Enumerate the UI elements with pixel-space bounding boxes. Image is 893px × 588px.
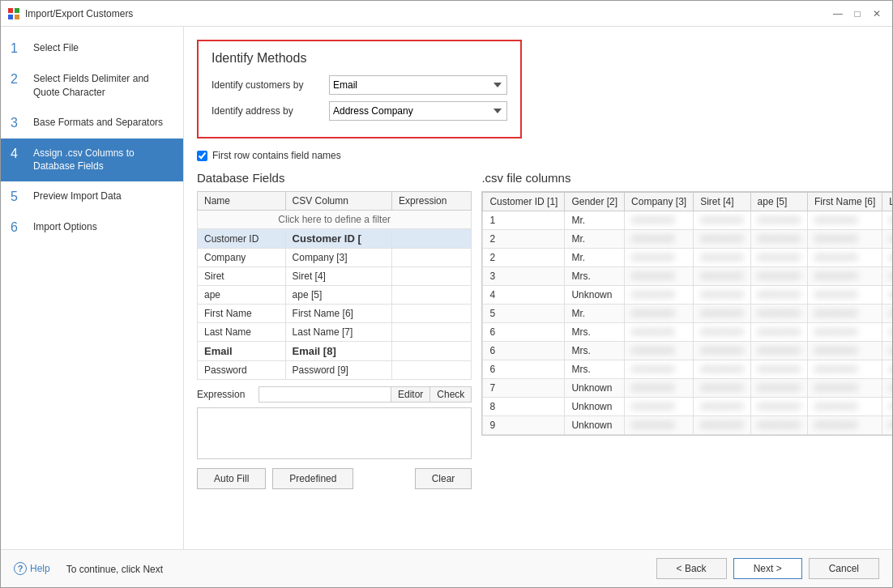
csv-table-row: 2Mr.####################################… xyxy=(483,230,892,249)
csv-cell-company: ######## xyxy=(625,398,694,416)
next-button[interactable]: Next > xyxy=(733,558,802,579)
csv-table-row: 6Mrs.###################################… xyxy=(483,342,892,360)
csv-cell-fname: ######## xyxy=(807,416,882,435)
sidebar-item-select-file[interactable]: 1 Select File xyxy=(1,33,183,64)
csv-cell-id: 5 xyxy=(483,305,565,323)
field-name: First Name xyxy=(198,305,286,323)
csv-cell-gender: Mrs. xyxy=(565,267,625,286)
table-row[interactable]: Last Name Last Name [7] xyxy=(198,323,472,342)
csv-cell-siret: ######## xyxy=(694,379,750,398)
table-row[interactable]: Customer ID Customer ID [ xyxy=(198,229,472,249)
csv-cell-gender: Mr. xyxy=(565,230,625,249)
identify-address-label: Identify address by xyxy=(212,105,329,117)
field-name: Password xyxy=(198,361,286,380)
csv-cell-gender: Unknown xyxy=(565,398,625,416)
step-num-3: 3 xyxy=(11,116,25,130)
check-button[interactable]: Check xyxy=(429,387,471,402)
svg-rect-3 xyxy=(15,15,19,19)
expression-input[interactable] xyxy=(259,387,391,402)
sidebar-item-base-formats[interactable]: 3 Base Formats and Separators xyxy=(1,108,183,138)
sidebar-label-select-file: Select File xyxy=(33,41,79,55)
csv-table-row: 7Unknown################################… xyxy=(483,379,892,398)
step-num-5: 5 xyxy=(11,190,25,204)
editor-button[interactable]: Editor xyxy=(391,387,429,402)
help-label: Help xyxy=(30,563,50,574)
maximize-button[interactable]: □ xyxy=(848,5,866,23)
field-name: Email xyxy=(198,342,286,361)
filter-text[interactable]: Click here to define a filter xyxy=(198,211,472,229)
table-row[interactable]: Email Email [8] xyxy=(198,342,472,361)
csv-cell-gender: Mr. xyxy=(565,249,625,267)
field-name: ape xyxy=(198,286,286,305)
csv-cell-fname: ######## xyxy=(807,249,882,267)
field-csv: Email [8] xyxy=(285,342,392,361)
csv-cell-gender: Mrs. xyxy=(565,360,625,379)
table-row[interactable]: Siret Siret [4] xyxy=(198,267,472,286)
field-expr xyxy=(392,342,472,361)
csv-col-header-lname: Last Name [ xyxy=(882,193,892,211)
expression-section: Expression Editor Check xyxy=(197,386,472,462)
footer-buttons: < Back Next > Cancel xyxy=(656,558,879,579)
cancel-button[interactable]: Cancel xyxy=(809,558,879,579)
csv-cell-id: 4 xyxy=(483,286,565,305)
csv-cell-ape: ######## xyxy=(750,398,807,416)
sidebar-item-preview[interactable]: 5 Preview Import Data xyxy=(1,181,183,212)
csv-table-row: 9Unknown################################… xyxy=(483,416,892,435)
table-row[interactable]: First Name First Name [6] xyxy=(198,305,472,323)
table-row[interactable]: Company Company [3] xyxy=(198,249,472,267)
clear-button[interactable]: Clear xyxy=(415,468,472,489)
csv-table-row: 1Mr.####################################… xyxy=(483,211,892,230)
field-csv: Company [3] xyxy=(285,249,392,267)
auto-fill-button[interactable]: Auto Fill xyxy=(197,468,266,489)
csv-cell-gender: Mrs. xyxy=(565,323,625,342)
csv-cell-lname: ######## xyxy=(882,230,892,249)
csv-cell-ape: ######## xyxy=(750,342,807,360)
csv-cell-id: 8 xyxy=(483,398,565,416)
csv-table-row: 8Unknown################################… xyxy=(483,398,892,416)
csv-cell-fname: ######## xyxy=(807,267,882,286)
first-row-checkbox[interactable] xyxy=(197,151,207,161)
help-row[interactable]: ? Help xyxy=(14,562,50,575)
table-row[interactable]: Password Password [9] xyxy=(198,361,472,380)
minimize-button[interactable]: — xyxy=(829,5,847,23)
titlebar-controls: — □ ✕ xyxy=(829,5,886,23)
expression-input-wrapper: Editor Check xyxy=(258,386,472,403)
field-name: Customer ID xyxy=(198,229,286,249)
csv-cell-ape: ######## xyxy=(750,379,807,398)
identify-customers-select[interactable]: Email Customer ID Username xyxy=(329,75,507,95)
csv-col-header-siret: Siret [4] xyxy=(694,193,750,211)
csv-panel-title: .csv file columns xyxy=(481,171,892,185)
csv-cell-company: ######## xyxy=(625,360,694,379)
table-row[interactable]: ape ape [5] xyxy=(198,286,472,305)
filter-row[interactable]: Click here to define a filter xyxy=(198,211,472,229)
sidebar-label-assign-columns: Assign .csv Columns to Database Fields xyxy=(33,147,173,174)
csv-cell-gender: Unknown xyxy=(565,416,625,435)
first-row-label[interactable]: First row contains field names xyxy=(212,150,341,161)
csv-cell-lname: ######## xyxy=(882,416,892,435)
csv-cell-company: ######## xyxy=(625,249,694,267)
csv-cell-lname: ######## xyxy=(882,211,892,230)
expression-textarea[interactable] xyxy=(197,407,472,459)
close-button[interactable]: ✕ xyxy=(868,5,886,23)
csv-cell-lname: ######## xyxy=(882,323,892,342)
field-csv: Last Name [7] xyxy=(285,323,392,342)
csv-cell-siret: ######## xyxy=(694,267,750,286)
csv-cell-lname: ######## xyxy=(882,342,892,360)
sidebar-item-import-options[interactable]: 6 Import Options xyxy=(1,212,183,243)
sidebar-item-assign-columns[interactable]: 4 Assign .csv Columns to Database Fields xyxy=(1,138,183,182)
sidebar-item-select-fields[interactable]: 2 Select Fields Delimiter and Quote Char… xyxy=(1,64,183,108)
csv-cell-siret: ######## xyxy=(694,286,750,305)
field-csv: ape [5] xyxy=(285,286,392,305)
csv-cell-fname: ######## xyxy=(807,342,882,360)
csv-cell-id: 6 xyxy=(483,323,565,342)
identify-address-select[interactable]: Address Company Address ID Address Name xyxy=(329,101,507,121)
csv-cell-id: 2 xyxy=(483,249,565,267)
csv-cell-fname: ######## xyxy=(807,323,882,342)
predefined-button[interactable]: Predefined xyxy=(272,468,353,489)
window-title: Import/Export Customers xyxy=(25,8,133,19)
csv-table-row: 3Mrs.###################################… xyxy=(483,267,892,286)
back-button[interactable]: < Back xyxy=(656,558,727,579)
csv-cell-siret: ######## xyxy=(694,398,750,416)
footer-row: ? Help To continue, click Next < Back Ne… xyxy=(1,549,892,587)
csv-cell-id: 9 xyxy=(483,416,565,435)
